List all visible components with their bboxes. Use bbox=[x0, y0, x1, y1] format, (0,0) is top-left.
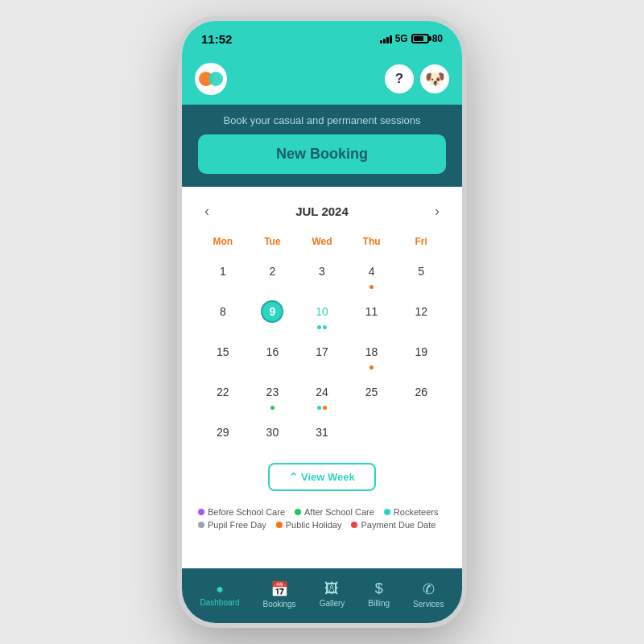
battery-fill bbox=[414, 36, 423, 41]
profile-button[interactable]: 🐶 bbox=[420, 64, 449, 93]
next-month-button[interactable]: › bbox=[428, 200, 446, 223]
view-week-button[interactable]: ⌃ View Week bbox=[268, 463, 375, 491]
cal-date-18: 18 bbox=[361, 341, 383, 363]
services-icon: ✆ bbox=[423, 580, 435, 598]
calendar-grid: Mon Tue Wed Thu Fri 1 2 3 4 5 8 9 bbox=[198, 233, 446, 453]
day-header-thu: Thu bbox=[347, 233, 397, 250]
home-bar bbox=[282, 626, 362, 628]
cal-date-23: 23 bbox=[261, 381, 283, 403]
cal-cell-23[interactable]: 23 bbox=[248, 378, 298, 413]
cal-cell-17[interactable]: 17 bbox=[297, 337, 347, 373]
calendar-week-2: 8 9 10 11 12 bbox=[198, 297, 446, 332]
cal-cell-25[interactable]: 25 bbox=[347, 378, 397, 413]
cal-date-5: 5 bbox=[410, 260, 432, 283]
nav-label-bookings: Bookings bbox=[262, 600, 295, 609]
legend-after-school: After School Care bbox=[295, 507, 374, 517]
nav-label-dashboard: Dashboard bbox=[200, 598, 240, 607]
nav-services[interactable]: ✆ Services bbox=[407, 577, 450, 612]
avatar-icon: 🐶 bbox=[425, 69, 445, 89]
cal-cell-16[interactable]: 16 bbox=[248, 337, 298, 373]
calendar-header-row: Mon Tue Wed Thu Fri bbox=[198, 233, 446, 250]
calendar-week-1: 1 2 3 4 5 bbox=[198, 257, 446, 292]
cal-cell-22[interactable]: 22 bbox=[198, 378, 248, 413]
dot-teal-10a bbox=[317, 325, 321, 329]
cal-date-31: 31 bbox=[311, 421, 333, 444]
bookings-icon: 📅 bbox=[270, 580, 288, 598]
cal-date-4: 4 bbox=[361, 260, 383, 283]
signal-bars-icon bbox=[380, 34, 392, 43]
cal-date-2: 2 bbox=[261, 260, 283, 283]
cal-date-19: 19 bbox=[410, 341, 432, 363]
battery-icon bbox=[411, 34, 429, 43]
legend-dot-pupil-free bbox=[198, 522, 204, 528]
cal-cell-31[interactable]: 31 bbox=[297, 418, 347, 453]
legend-pupil-free: Pupil Free Day bbox=[198, 520, 266, 530]
cal-cell-1[interactable]: 1 bbox=[198, 257, 248, 292]
legend-label-payment-due: Payment Due Date bbox=[361, 520, 436, 530]
cal-date-8: 8 bbox=[212, 300, 234, 323]
cal-date-29: 29 bbox=[212, 421, 234, 444]
svg-point-1 bbox=[208, 72, 223, 86]
dot-teal-10b bbox=[323, 325, 327, 329]
calendar-month: JUL 2024 bbox=[295, 204, 349, 218]
cal-cell-5[interactable]: 5 bbox=[396, 257, 446, 292]
phone-frame: 11:52 5G 80 ? bbox=[177, 16, 467, 628]
cal-cell-19[interactable]: 19 bbox=[396, 337, 446, 373]
legend-before-school: Before School Care bbox=[198, 507, 285, 517]
legend-label-public-holiday: Public Holiday bbox=[286, 520, 342, 530]
cal-cell-3[interactable]: 3 bbox=[297, 257, 347, 292]
app-logo bbox=[195, 63, 227, 95]
cal-date-26: 26 bbox=[410, 381, 432, 403]
cal-cell-10[interactable]: 10 bbox=[297, 297, 347, 332]
cal-cell-empty-1 bbox=[347, 418, 397, 453]
cal-cell-12[interactable]: 12 bbox=[396, 297, 446, 332]
cal-cell-8[interactable]: 8 bbox=[198, 297, 248, 332]
cal-cell-4[interactable]: 4 bbox=[347, 257, 397, 292]
dot-orange-18 bbox=[369, 365, 374, 369]
nav-label-gallery: Gallery bbox=[320, 599, 345, 608]
app-header: ? 🐶 bbox=[182, 56, 462, 105]
cal-cell-18[interactable]: 18 bbox=[347, 337, 397, 373]
nav-bookings[interactable]: 📅 Bookings bbox=[256, 577, 302, 612]
nav-dashboard[interactable]: ● Dashboard bbox=[194, 579, 246, 610]
home-indicator bbox=[182, 620, 462, 628]
cal-cell-15[interactable]: 15 bbox=[198, 337, 248, 373]
cal-cell-26[interactable]: 26 bbox=[396, 378, 446, 413]
legend-payment-due: Payment Due Date bbox=[351, 520, 436, 530]
legend-public-holiday: Public Holiday bbox=[276, 520, 342, 530]
calendar-week-5: 29 30 31 bbox=[198, 418, 446, 453]
cal-date-17: 17 bbox=[311, 341, 333, 363]
legend-dot-before-school bbox=[198, 509, 204, 515]
booking-subtitle: Book your casual and permanent sessions bbox=[198, 114, 446, 126]
cal-date-25: 25 bbox=[361, 381, 383, 403]
cal-cell-2[interactable]: 2 bbox=[248, 257, 298, 292]
status-bar: 11:52 5G 80 bbox=[182, 21, 462, 56]
new-booking-button[interactable]: New Booking bbox=[198, 134, 446, 174]
status-time: 11:52 bbox=[201, 32, 232, 46]
booking-banner: Book your casual and permanent sessions … bbox=[182, 105, 462, 187]
cal-cell-29[interactable]: 29 bbox=[198, 418, 248, 453]
cal-date-24: 24 bbox=[311, 381, 333, 403]
day-header-mon: Mon bbox=[198, 233, 248, 250]
legend-dot-after-school bbox=[295, 509, 301, 515]
help-button[interactable]: ? bbox=[385, 64, 414, 93]
status-icons: 5G 80 bbox=[380, 33, 443, 44]
dot-orange-24 bbox=[323, 406, 327, 410]
cal-cell-empty-2 bbox=[396, 418, 446, 453]
legend-label-after-school: After School Care bbox=[304, 507, 374, 517]
calendar-nav: ‹ JUL 2024 › bbox=[198, 200, 446, 223]
legend-rocketeers: Rocketeers bbox=[384, 507, 439, 517]
cal-cell-24[interactable]: 24 bbox=[297, 378, 347, 413]
cal-date-30: 30 bbox=[261, 421, 283, 444]
question-icon: ? bbox=[395, 71, 403, 87]
prev-month-button[interactable]: ‹ bbox=[198, 200, 216, 223]
cal-date-22: 22 bbox=[212, 381, 234, 403]
nav-billing[interactable]: $ Billing bbox=[361, 577, 396, 611]
legend-dot-payment-due bbox=[351, 522, 357, 528]
nav-label-services: Services bbox=[413, 600, 444, 609]
cal-cell-11[interactable]: 11 bbox=[347, 297, 397, 332]
legend-label-pupil-free: Pupil Free Day bbox=[208, 520, 266, 530]
cal-cell-9[interactable]: 9 bbox=[248, 297, 298, 332]
cal-cell-30[interactable]: 30 bbox=[248, 418, 298, 453]
nav-gallery[interactable]: 🖼 Gallery bbox=[313, 577, 352, 611]
